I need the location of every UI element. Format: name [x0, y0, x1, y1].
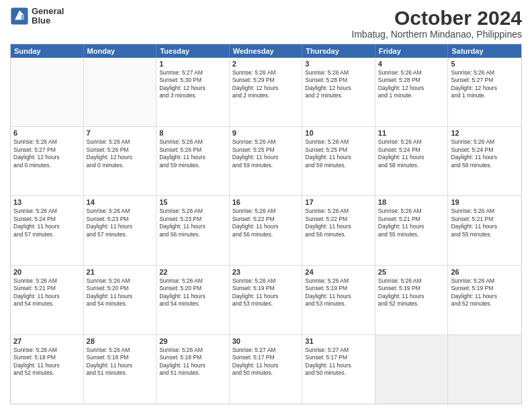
- day-number: 23: [232, 268, 300, 276]
- calendar-cell: 11Sunrise: 5:26 AM Sunset: 5:24 PM Dayli…: [375, 127, 449, 195]
- cell-text: Sunrise: 5:26 AM Sunset: 5:29 PM Dayligh…: [232, 69, 300, 100]
- calendar-cell: 1Sunrise: 5:27 AM Sunset: 5:30 PM Daylig…: [157, 58, 230, 126]
- cell-text: Sunrise: 5:26 AM Sunset: 5:26 PM Dayligh…: [87, 138, 154, 169]
- calendar-cell: 22Sunrise: 5:26 AM Sunset: 5:20 PM Dayli…: [157, 266, 230, 334]
- calendar-cell: 18Sunrise: 5:26 AM Sunset: 5:21 PM Dayli…: [375, 196, 449, 265]
- day-number: 20: [13, 268, 81, 276]
- calendar-cell: [448, 335, 521, 404]
- calendar-row-0: 1Sunrise: 5:27 AM Sunset: 5:30 PM Daylig…: [11, 58, 521, 126]
- cell-text: Sunrise: 5:26 AM Sunset: 5:22 PM Dayligh…: [232, 208, 300, 238]
- day-number: 10: [305, 129, 372, 137]
- calendar-cell: 5Sunrise: 5:26 AM Sunset: 5:27 PM Daylig…: [448, 58, 521, 126]
- day-number: 27: [13, 337, 81, 345]
- cell-text: Sunrise: 5:26 AM Sunset: 5:18 PM Dayligh…: [13, 347, 81, 377]
- calendar-cell: 31Sunrise: 5:27 AM Sunset: 5:17 PM Dayli…: [302, 335, 375, 404]
- cell-text: Sunrise: 5:27 AM Sunset: 5:17 PM Dayligh…: [305, 347, 372, 377]
- cell-text: Sunrise: 5:26 AM Sunset: 5:24 PM Dayligh…: [13, 208, 81, 238]
- cell-text: Sunrise: 5:26 AM Sunset: 5:19 PM Dayligh…: [451, 277, 519, 308]
- cell-text: Sunrise: 5:26 AM Sunset: 5:27 PM Dayligh…: [451, 69, 519, 100]
- day-number: 12: [451, 129, 519, 137]
- cell-text: Sunrise: 5:26 AM Sunset: 5:28 PM Dayligh…: [378, 69, 445, 100]
- day-number: 31: [305, 337, 372, 345]
- calendar-cell: 12Sunrise: 5:26 AM Sunset: 5:24 PM Dayli…: [448, 127, 521, 195]
- day-number: 17: [305, 198, 372, 206]
- logo-line1: General: [32, 7, 64, 16]
- logo-line2: Blue: [32, 16, 64, 26]
- cell-text: Sunrise: 5:26 AM Sunset: 5:18 PM Dayligh…: [87, 347, 154, 377]
- header: General Blue October 2024 Imbatug, North…: [10, 7, 522, 40]
- cell-text: Sunrise: 5:26 AM Sunset: 5:23 PM Dayligh…: [159, 208, 226, 238]
- day-number: 14: [87, 198, 154, 206]
- cell-text: Sunrise: 5:26 AM Sunset: 5:20 PM Dayligh…: [159, 277, 226, 308]
- header-cell-wednesday: Wednesday: [230, 44, 303, 58]
- calendar-header: SundayMondayTuesdayWednesdayThursdayFrid…: [11, 44, 521, 58]
- calendar-cell: 14Sunrise: 5:26 AM Sunset: 5:23 PM Dayli…: [84, 196, 157, 265]
- calendar-cell: 20Sunrise: 5:26 AM Sunset: 5:21 PM Dayli…: [11, 266, 84, 334]
- calendar-cell: 26Sunrise: 5:26 AM Sunset: 5:19 PM Dayli…: [448, 266, 521, 334]
- day-number: 26: [451, 268, 519, 276]
- header-cell-saturday: Saturday: [448, 44, 521, 58]
- calendar-cell: [11, 58, 84, 126]
- calendar-row-1: 6Sunrise: 5:26 AM Sunset: 5:27 PM Daylig…: [11, 126, 521, 195]
- calendar-cell: 6Sunrise: 5:26 AM Sunset: 5:27 PM Daylig…: [11, 127, 84, 195]
- day-number: 18: [378, 198, 445, 206]
- cell-text: Sunrise: 5:26 AM Sunset: 5:18 PM Dayligh…: [159, 347, 226, 377]
- title-block: October 2024 Imbatug, Northern Mindanao,…: [351, 7, 522, 40]
- header-cell-friday: Friday: [375, 44, 449, 58]
- cell-text: Sunrise: 5:26 AM Sunset: 5:20 PM Dayligh…: [87, 277, 154, 308]
- day-number: 5: [451, 60, 519, 68]
- cell-text: Sunrise: 5:26 AM Sunset: 5:19 PM Dayligh…: [378, 277, 445, 308]
- cell-text: Sunrise: 5:27 AM Sunset: 5:30 PM Dayligh…: [159, 69, 226, 100]
- cell-text: Sunrise: 5:26 AM Sunset: 5:27 PM Dayligh…: [13, 138, 81, 169]
- calendar-cell: 27Sunrise: 5:26 AM Sunset: 5:18 PM Dayli…: [11, 335, 84, 404]
- day-number: 16: [232, 198, 300, 206]
- header-cell-thursday: Thursday: [302, 44, 375, 58]
- day-number: 29: [159, 337, 226, 345]
- day-number: 22: [159, 268, 226, 276]
- day-number: 3: [305, 60, 372, 68]
- cell-text: Sunrise: 5:26 AM Sunset: 5:25 PM Dayligh…: [305, 138, 372, 169]
- cell-text: Sunrise: 5:26 AM Sunset: 5:22 PM Dayligh…: [305, 208, 372, 238]
- calendar-cell: 23Sunrise: 5:26 AM Sunset: 5:19 PM Dayli…: [230, 266, 303, 334]
- calendar-row-4: 27Sunrise: 5:26 AM Sunset: 5:18 PM Dayli…: [11, 334, 521, 404]
- cell-text: Sunrise: 5:26 AM Sunset: 5:24 PM Dayligh…: [378, 138, 445, 169]
- cell-text: Sunrise: 5:26 AM Sunset: 5:28 PM Dayligh…: [305, 69, 372, 100]
- day-number: 4: [378, 60, 445, 68]
- calendar-row-2: 13Sunrise: 5:26 AM Sunset: 5:24 PM Dayli…: [11, 195, 521, 265]
- location-title: Imbatug, Northern Mindanao, Philippines: [351, 29, 522, 40]
- calendar-cell: 21Sunrise: 5:26 AM Sunset: 5:20 PM Dayli…: [84, 266, 157, 334]
- cell-text: Sunrise: 5:26 AM Sunset: 5:24 PM Dayligh…: [451, 138, 519, 169]
- cell-text: Sunrise: 5:26 AM Sunset: 5:21 PM Dayligh…: [451, 208, 519, 238]
- calendar-cell: 9Sunrise: 5:26 AM Sunset: 5:25 PM Daylig…: [230, 127, 303, 195]
- day-number: 21: [87, 268, 154, 276]
- svg-marker-2: [21, 15, 24, 20]
- header-cell-monday: Monday: [84, 44, 157, 58]
- header-cell-tuesday: Tuesday: [157, 44, 230, 58]
- calendar-cell: 8Sunrise: 5:26 AM Sunset: 5:26 PM Daylig…: [157, 127, 230, 195]
- calendar-cell: 4Sunrise: 5:26 AM Sunset: 5:28 PM Daylig…: [375, 58, 449, 126]
- day-number: 9: [232, 129, 300, 137]
- calendar-cell: 25Sunrise: 5:26 AM Sunset: 5:19 PM Dayli…: [375, 266, 449, 334]
- day-number: 11: [378, 129, 445, 137]
- header-cell-sunday: Sunday: [11, 44, 84, 58]
- calendar-body: 1Sunrise: 5:27 AM Sunset: 5:30 PM Daylig…: [11, 58, 521, 404]
- calendar-cell: 15Sunrise: 5:26 AM Sunset: 5:23 PM Dayli…: [157, 196, 230, 265]
- month-title: October 2024: [351, 7, 522, 29]
- day-number: 30: [232, 337, 300, 345]
- calendar-cell: 10Sunrise: 5:26 AM Sunset: 5:25 PM Dayli…: [302, 127, 375, 195]
- day-number: 24: [305, 268, 372, 276]
- logo-icon: [10, 7, 29, 26]
- calendar-cell: 17Sunrise: 5:26 AM Sunset: 5:22 PM Dayli…: [302, 196, 375, 265]
- calendar-cell: 13Sunrise: 5:26 AM Sunset: 5:24 PM Dayli…: [11, 196, 84, 265]
- day-number: 8: [159, 129, 226, 137]
- logo-text: General Blue: [32, 7, 64, 26]
- cell-text: Sunrise: 5:26 AM Sunset: 5:19 PM Dayligh…: [232, 277, 300, 308]
- calendar-cell: 29Sunrise: 5:26 AM Sunset: 5:18 PM Dayli…: [157, 335, 230, 404]
- logo: General Blue: [10, 7, 64, 26]
- cell-text: Sunrise: 5:27 AM Sunset: 5:17 PM Dayligh…: [232, 347, 300, 377]
- cell-text: Sunrise: 5:26 AM Sunset: 5:25 PM Dayligh…: [232, 138, 300, 169]
- calendar-cell: 19Sunrise: 5:26 AM Sunset: 5:21 PM Dayli…: [448, 196, 521, 265]
- calendar-cell: [84, 58, 157, 126]
- calendar-row-3: 20Sunrise: 5:26 AM Sunset: 5:21 PM Dayli…: [11, 265, 521, 334]
- day-number: 15: [159, 198, 226, 206]
